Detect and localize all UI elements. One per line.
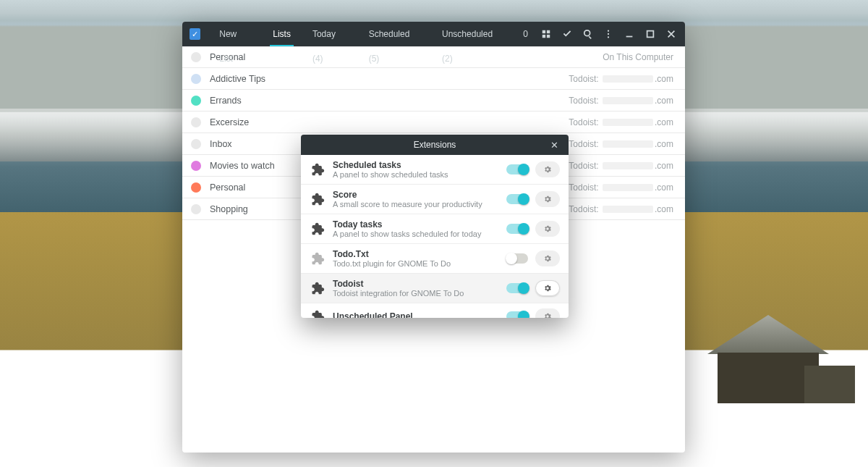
extension-toggle[interactable] <box>506 194 528 204</box>
extension-settings-button[interactable] <box>535 251 560 266</box>
svg-rect-5 <box>588 36 591 39</box>
puzzle-icon <box>310 251 326 266</box>
list-account-label: Todoist: .com <box>569 96 673 106</box>
desktop-wallpaper: New List Lists Today (4) Scheduled (5) U… <box>0 0 868 467</box>
minimize-button[interactable] <box>620 22 639 46</box>
list-account-label: Todoist: .com <box>569 117 673 127</box>
extension-toggle[interactable] <box>506 224 528 234</box>
tab-lists[interactable]: Lists <box>263 22 301 46</box>
svg-point-8 <box>608 36 609 38</box>
redacted-email <box>603 75 653 83</box>
svg-point-6 <box>608 30 609 31</box>
dialog-close-button[interactable]: ✕ <box>545 135 563 155</box>
list-color-dot <box>191 204 201 214</box>
puzzle-icon <box>310 309 326 318</box>
extension-description: A panel to show scheduled tasks <box>333 170 499 179</box>
list-account-label: Todoist: .com <box>569 204 673 214</box>
extension-row[interactable]: Unscheduled Panel <box>301 303 569 318</box>
maximize-button[interactable] <box>641 22 660 46</box>
list-color-dot <box>191 182 201 193</box>
list-color-dot <box>191 139 201 149</box>
header-bar: New List Lists Today (4) Scheduled (5) U… <box>182 22 685 46</box>
extension-title: Score <box>333 190 499 200</box>
svg-rect-0 <box>542 30 545 33</box>
extension-row[interactable]: Scheduled tasksA panel to show scheduled… <box>301 155 569 185</box>
extension-description: Todoist integration for GNOME To Do <box>333 289 499 298</box>
redacted-email <box>603 184 653 191</box>
list-account-label: Todoist: .com <box>569 161 673 171</box>
redacted-email <box>603 119 653 126</box>
list-row[interactable]: PersonalOn This Computer <box>182 46 685 68</box>
svg-rect-10 <box>647 31 654 38</box>
puzzle-icon <box>310 192 326 206</box>
extension-description: A panel to show tasks scheduled for toda… <box>333 230 499 238</box>
extension-toggle[interactable] <box>506 311 528 318</box>
extension-settings-button[interactable] <box>535 280 560 296</box>
redacted-email <box>603 97 653 104</box>
app-icon <box>190 28 200 40</box>
list-name: Inbox <box>210 139 232 149</box>
redacted-email <box>603 206 653 213</box>
extension-description: A small score to measure your productivi… <box>333 200 499 209</box>
list-account-label: Todoist: .com <box>569 182 673 193</box>
extension-settings-button[interactable] <box>535 221 560 237</box>
extension-settings-button[interactable] <box>535 161 560 177</box>
svg-rect-1 <box>547 30 550 33</box>
score-counter: 0 <box>516 22 535 46</box>
list-account-label: On This Computer <box>603 52 673 62</box>
list-name: Errands <box>210 96 242 106</box>
extension-toggle[interactable] <box>506 283 528 293</box>
extensions-dialog: Extensions ✕ Scheduled tasksA panel to s… <box>301 135 569 318</box>
puzzle-icon <box>310 222 326 236</box>
svg-point-7 <box>608 33 609 35</box>
extension-title: Today tasks <box>333 219 499 230</box>
puzzle-icon <box>310 162 326 177</box>
extension-row[interactable]: Today tasksA panel to show tasks schedul… <box>301 214 569 244</box>
list-color-dot <box>191 117 201 127</box>
extension-title: Scheduled tasks <box>333 160 499 170</box>
wallpaper-cabin <box>696 315 855 409</box>
list-row[interactable]: ExcersizeTodoist: .com <box>182 112 685 133</box>
menu-icon[interactable] <box>599 22 618 46</box>
list-color-dot <box>191 74 201 84</box>
list-row[interactable]: ErrandsTodoist: .com <box>182 90 685 112</box>
list-name: Movies to watch <box>210 161 275 171</box>
tab-unscheduled[interactable]: Unscheduled (2) <box>432 22 513 46</box>
extension-toggle[interactable] <box>506 164 528 174</box>
check-icon[interactable] <box>558 22 577 46</box>
list-name: Personal <box>210 182 245 193</box>
extension-settings-button[interactable] <box>535 191 560 207</box>
redacted-email <box>603 140 653 148</box>
extension-settings-button[interactable] <box>535 308 560 318</box>
close-button[interactable] <box>661 22 681 46</box>
extensions-list: Scheduled tasksA panel to show scheduled… <box>301 155 569 318</box>
svg-rect-3 <box>547 35 550 38</box>
list-row[interactable]: Addictive TipsTodoist: .com <box>182 68 685 90</box>
list-name: Excersize <box>210 117 249 127</box>
extension-title: Unscheduled Panel <box>333 311 499 318</box>
dialog-title-bar: Extensions ✕ <box>301 135 569 155</box>
puzzle-icon <box>310 281 326 295</box>
tab-scheduled[interactable]: Scheduled (5) <box>359 22 430 46</box>
list-color-dot <box>191 96 201 106</box>
new-list-button[interactable]: New List <box>209 22 261 46</box>
list-color-dot <box>191 161 201 171</box>
extension-toggle[interactable] <box>506 253 528 264</box>
extension-row[interactable]: Todo.TxtTodo.txt plugin for GNOME To Do <box>301 244 569 274</box>
list-account-label: Todoist: .com <box>569 74 673 84</box>
svg-rect-9 <box>626 36 633 38</box>
tab-today[interactable]: Today (4) <box>302 22 357 46</box>
svg-rect-2 <box>542 35 545 38</box>
extension-description: Todo.txt plugin for GNOME To Do <box>333 259 499 268</box>
extension-row[interactable]: TodoistTodoist integration for GNOME To … <box>301 274 569 303</box>
dialog-title: Extensions <box>414 140 456 150</box>
list-color-dot <box>191 52 201 62</box>
extension-title: Todoist <box>333 279 499 289</box>
extension-row[interactable]: ScoreA small score to measure your produ… <box>301 185 569 214</box>
redacted-email <box>603 162 653 169</box>
search-icon[interactable] <box>578 22 597 46</box>
list-name: Shopping <box>210 204 248 214</box>
extension-title: Todo.Txt <box>333 249 499 259</box>
grid-icon[interactable] <box>537 22 556 46</box>
list-account-label: Todoist: .com <box>569 139 673 149</box>
